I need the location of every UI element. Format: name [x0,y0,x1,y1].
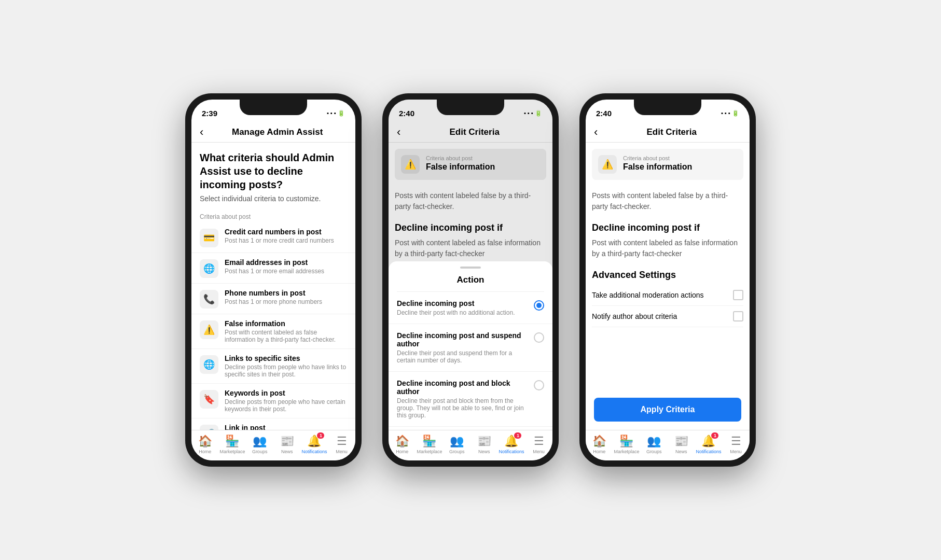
decline-heading-2: Decline incoming post if [395,222,546,233]
criteria-list-item[interactable]: 🔗 Link in post Decline posts from people… [191,418,355,430]
apply-criteria-button-3[interactable]: Apply Criteria [594,398,741,422]
notify-author-checkbox-3[interactable] [733,311,743,321]
marketplace-label-3: Marketplace [614,449,639,454]
tab-notifications-2[interactable]: 🔔1 Notifications [499,435,524,454]
criteria-list-item[interactable]: 🌐 Email addresses in post Post has 1 or … [191,253,355,284]
criteria-label-3: Criteria about post [623,155,692,161]
criteria-header: What criteria should Admin Assist use to… [191,143,355,207]
marketplace-icon-1: 🏪 [225,435,239,448]
tab-home-3[interactable]: 🏠 Home [586,435,612,454]
news-icon-3: 📰 [674,435,688,448]
tab-marketplace-3[interactable]: 🏪 Marketplace [614,435,640,454]
tab-home-1[interactable]: 🏠 Home [192,435,218,454]
criteria-item-text: Email addresses in post Post has 1 or mo… [225,258,324,275]
tab-marketplace-1[interactable]: 🏪 Marketplace [219,435,245,454]
groups-label-3: Groups [646,449,662,454]
criteria-item-text: Keywords in post Decline posts from peop… [225,389,347,413]
home-label-3: Home [593,449,605,454]
criteria-list-item[interactable]: 💳 Credit card numbers in post Post has 1… [191,222,355,253]
notch-3 [634,100,701,115]
action-option-item[interactable]: Decline incoming post Decline their post… [389,292,552,324]
notifications-icon-1: 🔔1 [307,435,321,448]
decline-desc-3: Post with content labeled as false infor… [592,237,743,259]
criteria-item-title: Keywords in post [225,389,347,397]
section-label-1: Criteria about post [191,207,355,222]
action-option-text: Decline incoming post Decline their post… [397,299,515,316]
criteria-label-2: Criteria about post [426,155,495,161]
bottom-sheet-title-2: Action [397,275,544,292]
news-icon-1: 📰 [280,435,294,448]
criteria-item-text: Phone numbers in post Post has 1 or more… [225,289,322,305]
criteria-item-title: Link in post [225,424,347,430]
action-radio-btn[interactable] [534,332,544,343]
status-icons-3: ▪ ▪ ▪ 🔋 [721,110,739,117]
tab-bar-3: 🏠 Home 🏪 Marketplace 👥 Groups 📰 News 🔔1 [586,430,750,460]
back-arrow-2[interactable]: ‹ [397,127,400,138]
criteria-item-title: Email addresses in post [225,258,324,267]
tab-groups-2[interactable]: 👥 Groups [444,435,470,454]
marketplace-icon-2: 🏪 [422,435,436,448]
decline-desc-2: Post with content labeled as false infor… [395,237,546,259]
notch-2 [437,100,504,115]
criteria-item-desc: Post has 1 or more phone numbers [225,298,322,305]
action-radio-btn[interactable] [534,300,544,311]
notifications-label-3: Notifications [696,449,721,454]
criteria-item-icon: 🌐 [200,259,218,278]
action-option-item[interactable]: Decline incoming post and block author D… [389,372,552,427]
action-option-row: Decline incoming post and suspend author… [397,331,544,364]
criteria-info-icon-3: ⚠️ [598,155,617,174]
tab-menu-1[interactable]: ☰ Menu [329,435,355,454]
scroll-area-3[interactable]: ⚠️ Criteria about post False information… [586,143,750,389]
notify-author-row-3[interactable]: Notify author about criteria [592,306,743,327]
criteria-list-item[interactable]: 🔖 Keywords in post Decline posts from pe… [191,384,355,418]
tab-menu-3[interactable]: ☰ Menu [723,435,749,454]
tab-news-3[interactable]: 📰 News [668,435,694,454]
tab-groups-3[interactable]: 👥 Groups [641,435,667,454]
action-radio-btn[interactable] [534,380,544,390]
criteria-list-item[interactable]: 🌐 Links to specific sites Decline posts … [191,349,355,384]
status-time-3: 2:40 [596,109,612,118]
criteria-item-icon: ⚠️ [200,320,218,339]
back-arrow-3[interactable]: ‹ [594,127,598,138]
tab-notifications-1[interactable]: 🔔1 Notifications [301,435,327,454]
nav-bar-1: ‹ Manage Admin Assist [191,122,355,143]
action-option-title: Decline incoming post and block author [397,379,530,396]
criteria-info-text-3: Criteria about post False information [623,155,692,172]
advanced-heading-3: Advanced Settings [592,270,743,281]
groups-icon-2: 👥 [450,435,464,448]
tab-menu-2[interactable]: ☰ Menu [526,435,552,454]
criteria-item-text: Links to specific sites Decline posts fr… [225,354,347,378]
criteria-list-item[interactable]: 📞 Phone numbers in post Post has 1 or mo… [191,284,355,314]
action-option-desc: Decline their post with no additional ac… [397,309,515,316]
tab-news-1[interactable]: 📰 News [274,435,300,454]
take-additional-row-3[interactable]: Take additional moderation actions [592,285,743,306]
criteria-item-icon: 🔖 [200,390,218,409]
nav-title-1: Manage Admin Assist [207,127,347,137]
criteria-info-box-3: ⚠️ Criteria about post False information [592,149,743,180]
status-icons-2: ▪ ▪ ▪ 🔋 [524,110,542,117]
tab-marketplace-2[interactable]: 🏪 Marketplace [417,435,442,454]
action-option-item[interactable]: Decline incoming post and suspend author… [389,324,552,372]
screen-1-content: What criteria should Admin Assist use to… [191,143,355,430]
back-arrow-1[interactable]: ‹ [200,127,203,138]
take-additional-checkbox-3[interactable] [733,290,743,300]
tab-news-2[interactable]: 📰 News [471,435,497,454]
scroll-area-1[interactable]: What criteria should Admin Assist use to… [191,143,355,430]
criteria-item-title: Credit card numbers in post [225,228,334,236]
groups-icon-3: 👥 [647,435,661,448]
tab-groups-1[interactable]: 👥 Groups [247,435,273,454]
criteria-info-box-2: ⚠️ Criteria about post False information [395,149,546,180]
tab-home-2[interactable]: 🏠 Home [389,435,415,454]
criteria-item-text: Credit card numbers in post Post has 1 o… [225,228,334,244]
tab-notifications-3[interactable]: 🔔1 Notifications [696,435,722,454]
criteria-desc-3: Posts with content labeled false by a th… [592,190,743,212]
news-label-2: News [478,449,490,454]
home-icon-3: 🏠 [592,435,606,448]
action-option-text: Decline incoming post and suspend author… [397,331,530,364]
criteria-list: 💳 Credit card numbers in post Post has 1… [191,222,355,430]
news-label-3: News [675,449,687,454]
criteria-list-item[interactable]: ⚠️ False information Post with content l… [191,314,355,349]
criteria-item-icon: 💳 [200,229,218,247]
criteria-item-text: Link in post Decline posts from people w… [225,424,347,430]
menu-icon-2: ☰ [534,435,544,448]
